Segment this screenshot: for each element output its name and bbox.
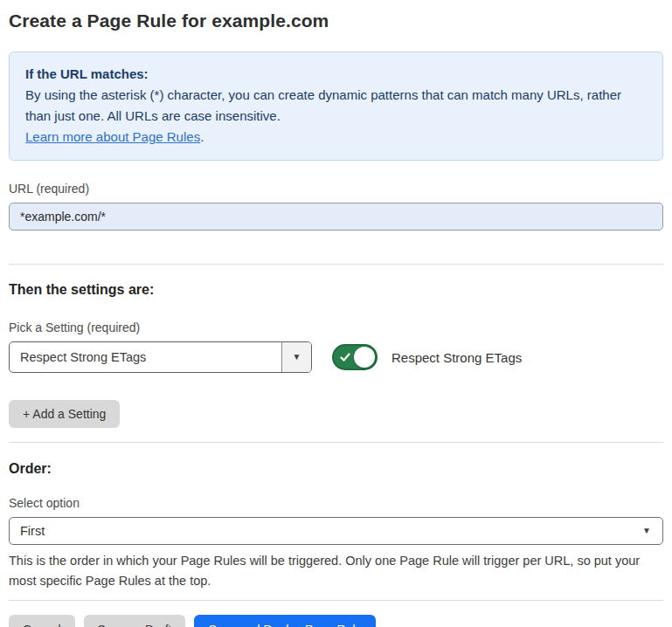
section-divider (9, 442, 663, 443)
order-select[interactable]: First ▼ (9, 517, 663, 545)
save-as-draft-button[interactable]: Save as Draft (84, 615, 186, 627)
learn-more-link[interactable]: Learn more about Page Rules (25, 129, 200, 144)
section-divider (9, 264, 663, 265)
page-title: Create a Page Rule for example.com (9, 10, 663, 31)
toggle-knob (354, 347, 375, 368)
setting-toggle-group: Respect Strong ETags (332, 344, 522, 370)
check-icon (340, 352, 350, 362)
save-and-deploy-button[interactable]: Save and Deploy Page Rule (194, 615, 376, 627)
info-box-body: By using the asterisk (*) character, you… (25, 85, 647, 127)
cancel-button[interactable]: Cancel (9, 615, 75, 627)
order-select-value: First (20, 524, 45, 538)
setting-dropdown[interactable]: Respect Strong ETags ▼ (9, 341, 312, 373)
order-help-text: This is the order in which your Page Rul… (9, 551, 663, 591)
chevron-down-icon: ▼ (642, 527, 651, 535)
setting-picker-label: Pick a Setting (required) (9, 320, 663, 334)
setting-toggle-label: Respect Strong ETags (391, 350, 522, 365)
footer-divider (9, 600, 663, 601)
url-match-info-box: If the URL matches: By using the asteris… (9, 52, 663, 161)
url-field-label: URL (required) (9, 182, 663, 196)
link-suffix: . (200, 129, 204, 144)
footer-actions: Cancel Save as Draft Save and Deploy Pag… (9, 615, 663, 627)
chevron-down-icon: ▼ (293, 353, 301, 362)
add-setting-button[interactable]: + Add a Setting (9, 400, 120, 428)
settings-heading: Then the settings are: (9, 282, 663, 298)
info-box-body-text: By using the asterisk (*) character, you… (25, 87, 621, 123)
info-box-link-line: Learn more about Page Rules. (25, 127, 647, 148)
setting-dropdown-value: Respect Strong ETags (10, 342, 281, 372)
url-input[interactable] (9, 203, 663, 231)
order-heading: Order: (9, 461, 663, 477)
info-box-heading: If the URL matches: (25, 64, 647, 85)
setting-row: Respect Strong ETags ▼ Respect Strong ET… (9, 341, 663, 373)
setting-toggle-switch[interactable] (332, 344, 378, 370)
order-select-label: Select option (9, 496, 663, 510)
setting-dropdown-arrow-button[interactable]: ▼ (281, 342, 311, 372)
create-page-rule-form: Create a Page Rule for example.com If th… (0, 0, 672, 627)
